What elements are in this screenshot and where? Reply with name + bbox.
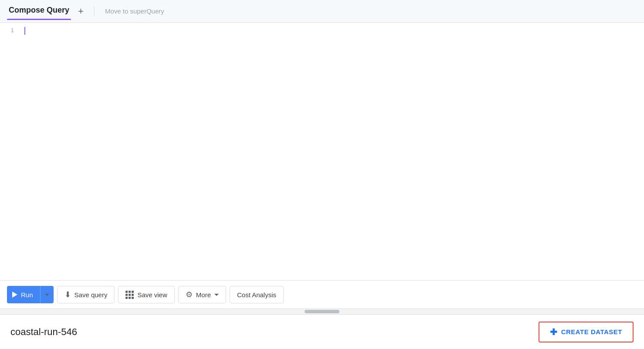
- grid-icon: [125, 291, 134, 299]
- editor-cursor: [24, 27, 25, 35]
- editor-content[interactable]: [17, 23, 644, 280]
- download-icon: ⬇: [64, 290, 71, 299]
- save-view-button[interactable]: Save view: [118, 286, 174, 303]
- save-query-button[interactable]: ⬇ Save query: [57, 286, 115, 303]
- tab-compose-query[interactable]: Compose Query: [7, 2, 71, 20]
- tab-add-button[interactable]: +: [75, 4, 87, 19]
- move-to-superquery-link[interactable]: Move to superQuery: [102, 6, 168, 17]
- line-number-1: 1: [3, 27, 14, 34]
- editor-area[interactable]: 1: [0, 23, 644, 281]
- run-button-label: Run: [21, 291, 33, 299]
- project-name: coastal-run-546: [10, 326, 77, 338]
- create-dataset-button[interactable]: ✚ CREATE DATASET: [539, 322, 634, 342]
- bottom-bar: coastal-run-546 ✚ CREATE DATASET: [0, 314, 644, 349]
- more-label: More: [196, 291, 211, 299]
- create-dataset-label: CREATE DATASET: [561, 328, 622, 336]
- scrollbar-thumb[interactable]: [305, 310, 339, 313]
- tab-divider: [94, 6, 95, 17]
- play-icon: [12, 292, 17, 298]
- save-query-label: Save query: [75, 291, 108, 299]
- cost-analysis-button[interactable]: Cost Analysis: [230, 286, 284, 303]
- run-button[interactable]: Run: [7, 286, 54, 303]
- tab-underline: [7, 19, 71, 20]
- save-view-label: Save view: [137, 291, 167, 299]
- toolbar: Run ⬇ Save query Save view ⚙ More Co: [0, 281, 644, 309]
- more-button[interactable]: ⚙ More: [178, 286, 226, 303]
- scrollbar-area[interactable]: [0, 309, 644, 314]
- line-numbers: 1: [0, 23, 17, 280]
- more-chevron-icon: [214, 294, 219, 296]
- gear-icon: ⚙: [186, 290, 193, 299]
- chevron-down-icon: [45, 294, 49, 296]
- tab-compose-query-label: Compose Query: [7, 2, 71, 20]
- cost-analysis-label: Cost Analysis: [237, 291, 276, 299]
- run-button-main[interactable]: Run: [7, 286, 41, 303]
- tab-bar: Compose Query + Move to superQuery: [0, 0, 644, 23]
- run-dropdown-button[interactable]: [41, 286, 54, 303]
- plus-blue-icon: ✚: [550, 327, 558, 337]
